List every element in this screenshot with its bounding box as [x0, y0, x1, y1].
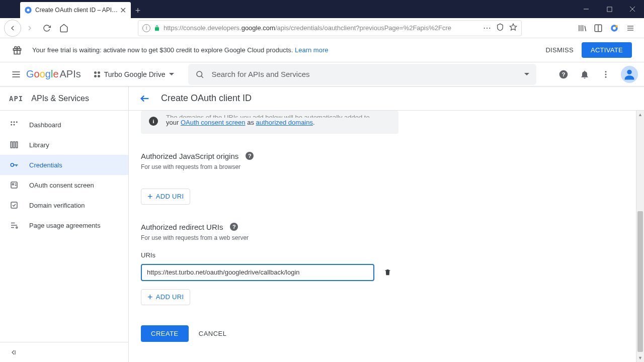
bookmark-icon[interactable]	[509, 23, 517, 33]
sidebar-item-library[interactable]: Library	[0, 135, 128, 155]
console-header: Google APIs Turbo Google Drive ?	[0, 62, 644, 86]
svg-point-45	[12, 184, 14, 185]
project-selector[interactable]: Turbo Google Drive	[90, 67, 179, 81]
scrollbar[interactable]: ▲ ▼	[636, 111, 644, 362]
close-window-button[interactable]	[621, 0, 644, 18]
nav-menu-button[interactable]	[6, 64, 26, 84]
extension-icon[interactable]	[610, 24, 619, 33]
browser-tab[interactable]: Create OAuth client ID – APIs & … ✕	[20, 2, 131, 18]
authorized-domains-link[interactable]: authorized domains	[256, 119, 313, 126]
chevron-left-icon	[9, 348, 17, 356]
address-bar[interactable]: i https://console.developers.google.com/…	[138, 20, 522, 36]
svg-point-36	[11, 124, 12, 126]
dismiss-button[interactable]: DISMISS	[545, 46, 574, 54]
page-title: Create OAuth client ID	[161, 93, 252, 104]
browser-toolbar: i https://console.developers.google.com/…	[0, 18, 644, 38]
new-tab-button[interactable]: +	[131, 3, 145, 18]
svg-point-30	[605, 73, 607, 75]
page-header: Create OAuth client ID	[129, 86, 644, 111]
help-icon[interactable]: ?	[557, 68, 570, 80]
section-title: Authorized JavaScript origins	[141, 152, 238, 160]
more-icon[interactable]	[600, 68, 612, 80]
sidebar-item-credentials[interactable]: Credentials	[0, 155, 128, 175]
google-apis-logo[interactable]: Google APIs	[26, 68, 81, 80]
sidebar-item-label: Credentials	[29, 161, 62, 169]
page-actions-icon[interactable]: ⋯	[483, 23, 491, 33]
svg-point-25	[197, 71, 202, 77]
svg-rect-39	[14, 142, 15, 148]
create-button[interactable]: CREATE	[141, 325, 189, 342]
sidebar-item-page-usage[interactable]: Page usage agreements	[0, 215, 128, 235]
reload-button[interactable]	[38, 20, 55, 37]
help-icon[interactable]: ?	[246, 152, 254, 160]
search-dropdown-icon[interactable]	[524, 73, 529, 75]
account-avatar[interactable]	[621, 66, 638, 83]
cancel-button[interactable]: CANCEL	[199, 330, 227, 337]
scroll-down-icon[interactable]: ▼	[636, 354, 644, 362]
url-text: https://console.developers.google.com/ap…	[164, 24, 483, 32]
sidebar-item-oauth-consent[interactable]: OAuth consent screen	[0, 175, 128, 195]
svg-point-37	[14, 124, 15, 126]
svg-point-32	[627, 69, 631, 74]
lock-icon	[153, 25, 160, 32]
add-uri-button[interactable]: +ADD URI	[141, 289, 190, 305]
trial-banner: Your free trial is waiting: activate now…	[0, 38, 644, 62]
scrollbar-thumb[interactable]	[637, 211, 643, 352]
section-desc: For use with requests from a web server	[141, 234, 398, 241]
forward-button[interactable]	[21, 20, 38, 37]
scroll-up-icon[interactable]: ▲	[636, 111, 644, 119]
svg-point-34	[14, 121, 15, 123]
svg-rect-38	[11, 142, 12, 148]
svg-rect-3	[607, 7, 611, 11]
library-icon	[9, 140, 19, 150]
sidebar-header[interactable]: API APIs & Services	[0, 86, 128, 111]
uri-input[interactable]	[141, 264, 374, 281]
activate-button[interactable]: ACTIVATE	[582, 42, 632, 58]
notifications-icon[interactable]	[579, 68, 591, 80]
section-desc: For use with requests from a browser	[141, 163, 398, 170]
home-button[interactable]	[55, 20, 72, 37]
back-arrow-button[interactable]	[139, 93, 151, 105]
sidebar-collapse-button[interactable]	[0, 342, 128, 362]
browser-menu-icon[interactable]	[626, 24, 635, 33]
info-text: The domains of the URIs you add below wi…	[166, 117, 370, 128]
key-icon	[9, 160, 19, 170]
chevron-down-icon	[169, 73, 174, 75]
minimize-button[interactable]	[575, 0, 598, 18]
add-uri-button[interactable]: +ADD URI	[141, 189, 190, 205]
js-origins-section: Authorized JavaScript origins ? For use …	[141, 152, 398, 205]
tab-title: Create OAuth client ID – APIs & …	[35, 7, 119, 14]
site-info-icon[interactable]: i	[142, 24, 150, 32]
back-button[interactable]	[4, 20, 21, 37]
library-icon[interactable]	[578, 24, 587, 33]
agreement-icon	[9, 220, 19, 230]
sidebar-item-domain-verification[interactable]: Domain verification	[0, 195, 128, 215]
sidebar-item-dashboard[interactable]: Dashboard	[0, 115, 128, 135]
search-icon	[195, 70, 204, 79]
search-input[interactable]	[211, 70, 520, 78]
search-bar[interactable]	[188, 64, 536, 85]
sidebar-toggle-icon[interactable]	[594, 24, 603, 33]
project-name: Turbo Google Drive	[104, 70, 166, 78]
sidebar-item-label: Domain verification	[29, 202, 85, 209]
close-tab-icon[interactable]: ✕	[119, 6, 127, 14]
svg-rect-48	[11, 202, 17, 208]
help-icon[interactable]: ?	[230, 223, 238, 231]
svg-point-33	[11, 121, 12, 123]
favicon-icon	[24, 6, 32, 14]
svg-line-26	[201, 76, 203, 78]
dashboard-icon	[9, 120, 19, 130]
svg-marker-6	[510, 24, 516, 30]
plus-icon: +	[147, 192, 153, 201]
sidebar-title: APIs & Services	[31, 94, 89, 103]
svg-rect-40	[16, 142, 18, 148]
svg-point-35	[16, 121, 18, 123]
delete-uri-button[interactable]	[382, 267, 392, 278]
reader-mode-icon[interactable]	[496, 23, 504, 33]
verify-icon	[9, 200, 19, 210]
maximize-button[interactable]	[598, 0, 621, 18]
oauth-consent-link[interactable]: OAuth consent screen	[181, 119, 246, 126]
sidebar-item-label: Dashboard	[29, 121, 61, 129]
svg-point-29	[605, 71, 607, 72]
learn-more-link[interactable]: Learn more	[295, 46, 328, 54]
